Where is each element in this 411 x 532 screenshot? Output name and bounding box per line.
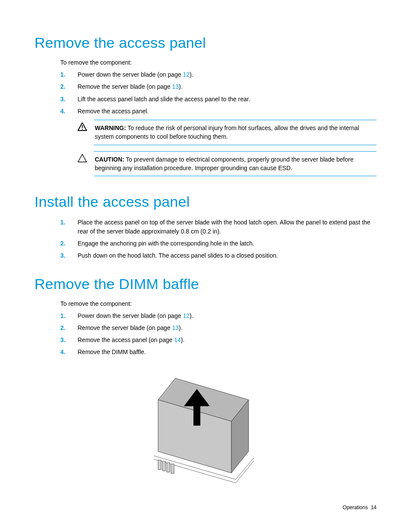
list-item: Remove the DIMM baffle. (60, 348, 377, 356)
list-item: Push down on the hood latch. The access … (60, 251, 377, 260)
step-text: Place the access panel on top of the ser… (78, 219, 370, 234)
step-text: ). (181, 336, 185, 343)
footer-page-number: 14 (371, 504, 377, 510)
caution-icon (78, 154, 87, 164)
heading-install-access-panel: Install the access panel (34, 193, 377, 210)
page-xref[interactable]: 14 (174, 336, 181, 343)
page-xref[interactable]: 12 (183, 312, 190, 319)
intro-remove-access-panel: To remove the component: (60, 59, 377, 66)
step-text: Lift the access panel latch and slide th… (78, 96, 250, 103)
warning-text: To reduce the risk of personal injury fr… (95, 124, 359, 140)
list-item: Remove the access panel. (60, 107, 377, 115)
footer-section: Operations (342, 504, 368, 510)
svg-rect-14 (171, 464, 174, 473)
step-text: ). (179, 324, 183, 331)
step-text: Remove the server blade (on page (78, 324, 172, 331)
steps-install-access-panel: Place the access panel on top of the ser… (60, 218, 377, 260)
list-item: Engage the anchoring pin with the corres… (60, 239, 377, 248)
warning-admonition: WARNING: To reduce the risk of personal … (78, 120, 377, 145)
list-item: Remove the server blade (on page 13). (60, 82, 377, 91)
steps-remove-dimm-baffle: Power down the server blade (on page 12)… (60, 311, 377, 357)
list-item: Remove the server blade (on page 13). (60, 324, 377, 332)
page-footer: Operations 14 (342, 504, 377, 510)
step-text: ). (179, 83, 183, 90)
step-text: Power down the server blade (on page (78, 312, 183, 319)
step-text: ). (190, 312, 193, 319)
step-text: ). (190, 71, 193, 78)
page-xref[interactable]: 13 (172, 83, 179, 90)
list-item: Lift the access panel latch and slide th… (60, 95, 377, 103)
page-xref[interactable]: 13 (172, 324, 179, 331)
heading-remove-access-panel: Remove the access panel (34, 34, 377, 51)
list-item: Power down the server blade (on page 12)… (60, 311, 377, 320)
svg-rect-11 (158, 460, 161, 470)
caution-label: CAUTION: (95, 156, 124, 163)
svg-rect-13 (167, 463, 170, 472)
svg-marker-3 (78, 154, 87, 162)
svg-rect-2 (82, 129, 83, 130)
warning-label: WARNING: (95, 124, 126, 131)
intro-remove-dimm-baffle: To remove the component: (60, 300, 377, 307)
heading-remove-dimm-baffle: Remove the DIMM baffle (34, 276, 377, 292)
step-text: Remove the DIMM baffle. (78, 348, 146, 355)
list-item: Place the access panel on top of the ser… (60, 218, 377, 236)
step-text: Remove the access panel (on page (78, 336, 174, 343)
page-xref[interactable]: 12 (183, 71, 190, 78)
step-text: Power down the server blade (on page (78, 71, 183, 78)
caution-admonition: CAUTION: To prevent damage to electrical… (78, 151, 377, 177)
caution-text: To prevent damage to electrical componen… (95, 156, 354, 171)
dimm-baffle-figure (124, 365, 287, 501)
list-item: Power down the server blade (on page 12)… (60, 70, 377, 79)
warning-icon (78, 122, 87, 133)
svg-rect-12 (162, 461, 165, 471)
svg-rect-1 (82, 125, 83, 128)
step-text: Remove the server blade (on page (78, 83, 172, 90)
step-text: Engage the anchoring pin with the corres… (78, 240, 254, 247)
step-text: Remove the access panel. (78, 108, 149, 115)
step-text: Push down on the hood latch. The access … (78, 252, 278, 259)
steps-remove-access-panel: Power down the server blade (on page 12)… (60, 70, 377, 115)
list-item: Remove the access panel (on page 14). (60, 336, 377, 344)
